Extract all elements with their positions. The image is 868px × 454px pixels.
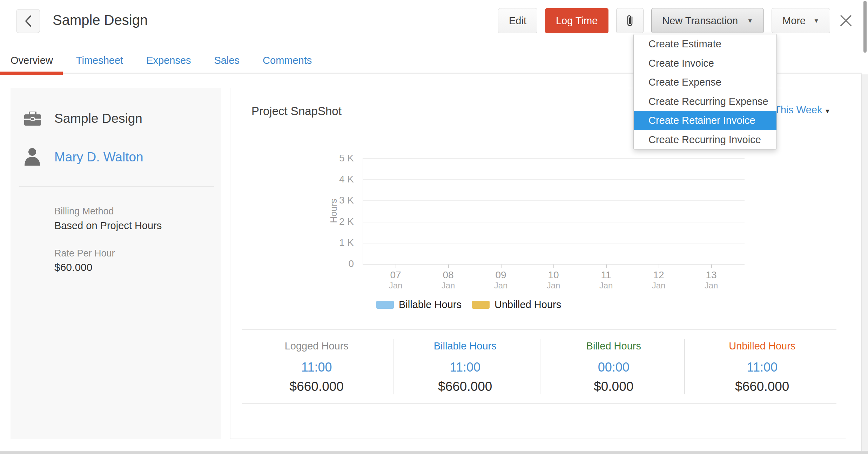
panel-divider xyxy=(19,186,214,187)
x-axis-label: 10Jan xyxy=(532,269,574,291)
close-icon xyxy=(839,13,853,28)
stats-top-divider xyxy=(242,329,836,330)
edit-button[interactable]: Edit xyxy=(498,8,537,33)
header-actions: Edit Log Time New Transaction ▼ More ▼ xyxy=(498,8,854,33)
x-axis-label: 12Jan xyxy=(638,269,680,291)
menu-item-create-expense[interactable]: Create Expense xyxy=(634,73,776,92)
scrollbar-track[interactable] xyxy=(861,74,868,454)
tab-overview[interactable]: Overview xyxy=(0,53,63,68)
x-axis-label: 07Jan xyxy=(375,269,417,291)
menu-item-create-recurring-expense[interactable]: Create Recurring Expense xyxy=(634,92,776,111)
stat-amount-value: $660.000 xyxy=(391,379,540,394)
y-tick: 4 K xyxy=(312,174,354,185)
bottom-edge-bar xyxy=(0,451,868,454)
log-time-button[interactable]: Log Time xyxy=(545,8,608,33)
stats-bottom-divider xyxy=(242,403,836,404)
caret-down-icon: ▼ xyxy=(824,108,830,115)
stat-hours-value: 11:00 xyxy=(242,360,391,374)
caret-down-icon: ▼ xyxy=(813,18,819,24)
tab-comments[interactable]: Comments xyxy=(253,53,322,68)
stat-unbilled-hours: Unbilled Hours 11:00 $660.000 xyxy=(688,334,837,400)
gridline xyxy=(363,222,745,222)
project-manager-link[interactable]: Mary D. Walton xyxy=(54,149,143,165)
gridline xyxy=(363,158,745,159)
stats-column-divider xyxy=(684,339,685,394)
legend-item-billable[interactable]: Billable Hours xyxy=(376,299,462,311)
project-name: Sample Design xyxy=(54,111,142,126)
gridline xyxy=(363,179,745,180)
y-tick: 5 K xyxy=(312,153,354,163)
menu-item-create-retainer-invoice[interactable]: Create Retainer Invoice xyxy=(634,111,776,130)
period-label: This Week xyxy=(774,104,822,115)
stat-billed-hours: Billed Hours 00:00 $0.000 xyxy=(539,334,688,400)
legend-item-unbilled[interactable]: Unbilled Hours xyxy=(472,299,561,311)
page-title: Sample Design xyxy=(53,8,148,32)
chevron-left-icon xyxy=(24,15,32,27)
menu-item-create-invoice[interactable]: Create Invoice xyxy=(634,54,776,73)
legend-label: Unbilled Hours xyxy=(494,299,561,311)
new-transaction-menu: Create Estimate Create Invoice Create Ex… xyxy=(633,34,777,149)
y-tick: 0 xyxy=(312,259,354,269)
x-axis-label: 09Jan xyxy=(480,269,522,291)
project-summary-panel: Sample Design Mary D. Walton Billing Met… xyxy=(11,88,221,439)
x-tick xyxy=(396,265,396,268)
stat-hours-value: 11:00 xyxy=(688,360,837,374)
x-tick xyxy=(711,265,712,268)
x-tick xyxy=(501,265,502,268)
chart-plot-area xyxy=(363,158,745,265)
x-tick xyxy=(448,265,449,268)
back-button[interactable] xyxy=(16,9,40,33)
stat-label-2: Billed Hours xyxy=(539,340,688,352)
paperclip-icon xyxy=(625,14,635,28)
legend-swatch-1 xyxy=(472,301,490,309)
stat-amount-value: $0.000 xyxy=(539,379,688,394)
stats-column-divider xyxy=(393,339,394,394)
person-icon xyxy=(24,147,41,166)
more-label: More xyxy=(782,15,806,27)
tab-timesheet[interactable]: Timesheet xyxy=(66,53,133,68)
stat-amount-value: $660.000 xyxy=(688,379,837,394)
tabs: Overview Timesheet Expenses Sales Commen… xyxy=(0,53,322,68)
stat-label-3: Unbilled Hours xyxy=(688,340,837,352)
more-button[interactable]: More ▼ xyxy=(772,8,830,33)
stats-row: Logged Hours 11:00 $660.000 Billable Hou… xyxy=(242,334,836,400)
y-tick: 1 K xyxy=(312,238,354,248)
new-transaction-label: New Transaction xyxy=(662,15,738,27)
legend-swatch-0 xyxy=(376,301,394,309)
x-axis-label: 11Jan xyxy=(585,269,627,291)
rate-per-hour-value: $60.000 xyxy=(54,262,92,273)
stats-column-divider xyxy=(540,339,540,394)
y-axis-title: Hours xyxy=(328,190,339,232)
stat-label-1: Billable Hours xyxy=(391,340,540,352)
new-transaction-button[interactable]: New Transaction ▼ xyxy=(651,8,764,33)
stat-logged-hours: Logged Hours 11:00 $660.000 xyxy=(242,334,391,400)
attachment-button[interactable] xyxy=(616,8,644,33)
gridline xyxy=(363,200,745,201)
menu-item-create-recurring-invoice[interactable]: Create Recurring Invoice xyxy=(634,130,776,149)
x-tick xyxy=(606,265,607,268)
gridline xyxy=(363,243,745,243)
close-button[interactable] xyxy=(838,8,854,33)
billing-method-value: Based on Project Hours xyxy=(54,220,162,231)
legend-label: Billable Hours xyxy=(399,299,462,311)
scrollbar-thumb[interactable] xyxy=(863,1,867,53)
tab-sales[interactable]: Sales xyxy=(204,53,250,68)
x-tick xyxy=(659,265,659,268)
menu-item-create-estimate[interactable]: Create Estimate xyxy=(634,34,776,54)
x-axis-label: 13Jan xyxy=(690,269,732,291)
stat-amount-value: $660.000 xyxy=(242,379,391,394)
billing-method-label: Billing Method xyxy=(54,206,114,216)
tab-expenses[interactable]: Expenses xyxy=(136,53,201,68)
x-axis-label: 08Jan xyxy=(427,269,469,291)
rate-per-hour-label: Rate Per Hour xyxy=(54,248,115,259)
caret-down-icon: ▼ xyxy=(747,18,753,24)
stat-billable-hours: Billable Hours 11:00 $660.000 xyxy=(391,334,540,400)
stat-hours-value: 00:00 xyxy=(539,360,688,374)
briefcase-icon xyxy=(24,112,41,126)
x-tick xyxy=(553,265,554,268)
stat-hours-value: 11:00 xyxy=(391,360,540,374)
stat-label-0: Logged Hours xyxy=(242,340,391,352)
period-selector[interactable]: This Week▼ xyxy=(774,104,830,116)
snapshot-title: Project SnapShot xyxy=(251,104,342,118)
